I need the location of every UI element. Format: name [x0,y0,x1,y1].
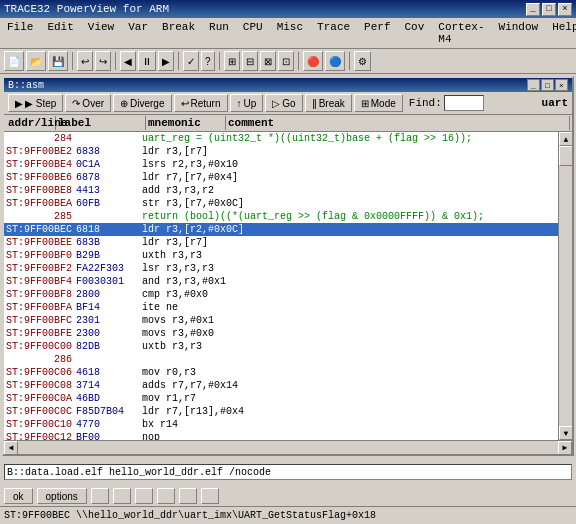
horizontal-scrollbar[interactable]: ◀ ▶ [4,440,572,454]
command-input[interactable] [4,464,572,480]
menu-var[interactable]: Var [125,20,151,46]
step-button[interactable]: ▶ ▶ Step [8,94,63,112]
redo-button[interactable]: ↪ [95,51,111,71]
grid4-button[interactable]: ⊡ [278,51,294,71]
hscroll-track[interactable] [18,441,558,455]
cell-code [129,158,140,171]
table-row[interactable]: 285 return (bool)((*(uart_reg >> (flag &… [4,210,558,223]
table-row[interactable]: ST:9FF00BE26838 ldr r3,[r7] [4,145,558,158]
vertical-scrollbar[interactable]: ▲ ▼ [558,132,572,440]
table-row[interactable]: ST:9FF00C12BF00 nop [4,431,558,440]
btn6[interactable] [157,488,175,504]
go-button[interactable]: ▷ Go [265,94,302,112]
code-area[interactable]: 284 uart_reg = (uint32_t *)((uint32_t)ba… [4,132,558,440]
inner-minimize[interactable]: _ [527,79,540,91]
grid3-button[interactable]: ⊠ [260,51,276,71]
inner-close[interactable]: × [555,79,568,91]
table-row[interactable]: 284 uart_reg = (uint32_t *)((uint32_t)ba… [4,132,558,145]
menu-view[interactable]: View [85,20,117,46]
cell-mnem: return (bool)((*(uart_reg >> (flag & 0x0… [140,210,558,223]
run1-button[interactable]: 🔴 [303,51,323,71]
inner-title-bar: B::asm _ □ × [4,78,572,92]
go-icon: ▷ [272,98,280,109]
scroll-right-arrow[interactable]: ▶ [558,441,572,455]
status-text: ST:9FF00BEC \\hello_world_ddr\uart_imx\U… [4,510,376,521]
menu-file[interactable]: File [4,20,36,46]
table-row[interactable]: ST:9FF00BEA60FB str r3,[r7,#0x0C] [4,197,558,210]
grid1-button[interactable]: ⊞ [224,51,240,71]
table-row[interactable]: ST:9FF00BE40C1A lsrs r2,r3,#0x10 [4,158,558,171]
over-button[interactable]: ↷ Over [65,94,111,112]
table-row[interactable]: ST:9FF00C0CF85D7B04 ldr r7,[r13],#0x4 [4,405,558,418]
cell-code [129,249,140,262]
table-row[interactable]: ST:9FF00BF2FA22F303 lsr r3,r3,r3 [4,262,558,275]
find-input[interactable] [444,95,484,111]
ok-button[interactable]: ok [4,488,33,504]
btn4[interactable] [113,488,131,504]
menu-cov[interactable]: Cov [402,20,428,46]
scroll-thumb[interactable] [559,146,572,166]
break-button[interactable]: ‖ Break [305,94,352,112]
menu-perf[interactable]: Perf [361,20,393,46]
diverge-button[interactable]: ⊕ Diverge [113,94,171,112]
table-row[interactable]: ST:9FF00C0082DB uxtb r3,r3 [4,340,558,353]
table-row[interactable]: 286 [4,353,558,366]
table-row[interactable]: ST:9FF00C0A46BD mov r1,r7 [4,392,558,405]
table-row[interactable]: ST:9FF00BFE2300 movs r3,#0x0 [4,327,558,340]
check-button[interactable]: ✓ [183,51,199,71]
table-row[interactable]: ST:9FF00BFABF14 ite ne [4,301,558,314]
grid2-button[interactable]: ⊟ [242,51,258,71]
btn3[interactable] [91,488,109,504]
pause-button[interactable]: ⏸ [138,51,156,71]
table-row[interactable]: ST:9FF00C083714 adds r7,r7,#0x14 [4,379,558,392]
cell-mnem: movs r3,#0x1 [140,314,558,327]
menu-window[interactable]: Window [496,20,542,46]
table-row[interactable]: ST:9FF00BF4F0030301 and r3,r3,#0x1 [4,275,558,288]
scroll-track[interactable] [559,146,572,426]
open-button[interactable]: 📂 [26,51,46,71]
menu-edit[interactable]: Edit [44,20,76,46]
scroll-left-arrow[interactable]: ◀ [4,441,18,455]
table-row[interactable]: ST:9FF00BEE683B ldr r3,[r7] [4,236,558,249]
save-button[interactable]: 💾 [48,51,68,71]
minimize-button[interactable]: _ [526,3,540,16]
help-button[interactable]: ? [201,51,215,71]
menu-break[interactable]: Break [159,20,198,46]
new-button[interactable]: 📄 [4,51,24,71]
maximize-button[interactable]: □ [542,3,556,16]
cell-code [129,210,140,223]
up-button[interactable]: ↑ Up [230,94,264,112]
inner-maximize[interactable]: □ [541,79,554,91]
back-button[interactable]: ◀ [120,51,136,71]
return-button[interactable]: ↩ Return [174,94,228,112]
run2-button[interactable]: 🔵 [325,51,345,71]
menu-run[interactable]: Run [206,20,232,46]
btn5[interactable] [135,488,153,504]
scroll-down-arrow[interactable]: ▼ [559,426,572,440]
script-button[interactable]: ⚙ [354,51,371,71]
table-row[interactable]: ST:9FF00BFC2301 movs r3,#0x1 [4,314,558,327]
table-row[interactable]: ST:9FF00BE84413 add r3,r3,r2 [4,184,558,197]
menu-misc[interactable]: Misc [274,20,306,46]
undo-button[interactable]: ↩ [77,51,93,71]
table-row[interactable]: ST:9FF00BEC6818 ldr r3,[r2,#0x0C] [4,223,558,236]
cell-mnem: ldr r3,[r2,#0x0C] [140,223,558,236]
btn8[interactable] [201,488,219,504]
menu-help[interactable]: Help [549,20,576,46]
btn7[interactable] [179,488,197,504]
menu-trace[interactable]: Trace [314,20,353,46]
cell-addr: 4770 [74,418,129,431]
table-row[interactable]: ST:9FF00BF82800 cmp r3,#0x0 [4,288,558,301]
table-row[interactable]: ST:9FF00BE66878 ldr r7,[r7,#0x4] [4,171,558,184]
table-row[interactable]: ST:9FF00C064618 mov r0,r3 [4,366,558,379]
table-row[interactable]: ST:9FF00BF0B29B uxth r3,r3 [4,249,558,262]
forward-button[interactable]: ▶ [158,51,174,71]
menu-cpu[interactable]: CPU [240,20,266,46]
mode-button[interactable]: ⊞ Mode [354,94,403,112]
options-button[interactable]: options [37,488,87,504]
close-button[interactable]: × [558,3,572,16]
menu-cortex[interactable]: Cortex-M4 [435,20,487,46]
cell-line: ST:9FF00BE2 [4,145,74,158]
scroll-up-arrow[interactable]: ▲ [559,132,572,146]
table-row[interactable]: ST:9FF00C104770 bx r14 [4,418,558,431]
